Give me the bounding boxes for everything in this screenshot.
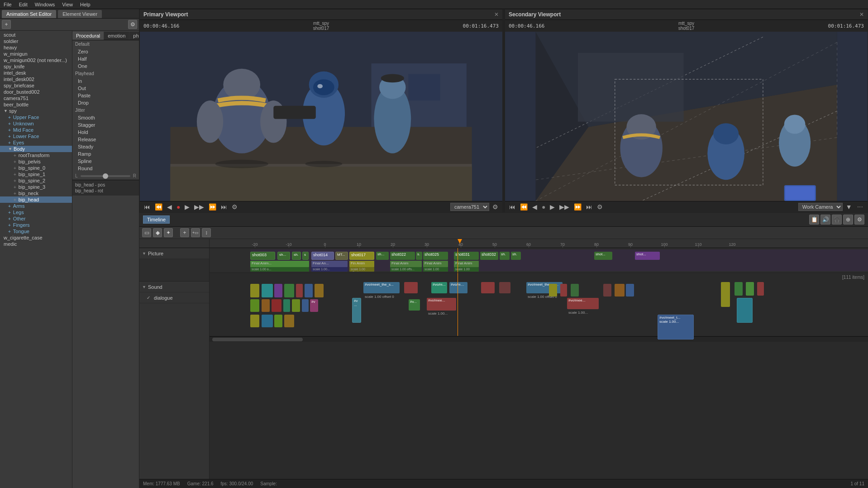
snd-clip-vo7[interactable]: #vo!meet_the_sp...	[526, 282, 563, 293]
tree-item-arms[interactable]: + Arms	[0, 203, 72, 209]
tl-label-sound[interactable]: ▼ Sound	[139, 282, 209, 292]
bip-pos-row[interactable]: bip_head - pos	[75, 182, 136, 188]
proc-item-half[interactable]: Half	[72, 55, 139, 62]
primary-play-end[interactable]: ⏭	[219, 203, 229, 211]
snd-clip-r2-1[interactable]	[250, 299, 259, 312]
tl-mode-2[interactable]: ◆	[153, 228, 162, 237]
tl-tool-1[interactable]: 📋	[809, 215, 819, 225]
snd-clip-vo3[interactable]: #vo/m...	[431, 282, 447, 293]
proc-item-one[interactable]: One	[72, 62, 139, 70]
tree-item-scout[interactable]: scout	[0, 32, 72, 38]
timeline-tab[interactable]: Timeline	[143, 215, 170, 224]
tl-label-dialogue[interactable]: ✓ dialogue	[139, 292, 209, 303]
tl-tool-2[interactable]: 🔊	[820, 215, 830, 225]
tl-clip-shot031[interactable]: shot031	[454, 252, 479, 260]
tl-clip-shot032[interactable]: shot032	[480, 252, 498, 260]
secondary-play[interactable]: ▶	[548, 203, 556, 211]
tree-item-bip-spine1[interactable]: + bip_spine_1	[0, 171, 72, 177]
snd-clip-r2-3[interactable]	[272, 299, 281, 312]
bip-rot-row[interactable]: bip_head - rot	[75, 188, 136, 194]
snd-clip-right1[interactable]	[549, 284, 557, 297]
proc-tab-emotion[interactable]: emotion	[104, 32, 129, 40]
proc-item-in[interactable]: In	[72, 77, 139, 85]
primary-step-fwd[interactable]: ⏩	[207, 203, 218, 211]
snd-clip-vo1[interactable]: #vo!meet_the_s...	[363, 282, 400, 293]
snd-clip-vo6[interactable]	[499, 282, 510, 293]
timeline-scroll-thumb[interactable]	[212, 338, 303, 341]
snd-clip-right3[interactable]	[571, 284, 579, 297]
snd-clip-cyan-far[interactable]	[737, 298, 753, 323]
snd-clip-r2-4[interactable]	[283, 299, 290, 312]
tl-subclip-22[interactable]: Final Anim	[390, 261, 422, 267]
primary-camera-select[interactable]: camera751	[450, 203, 489, 211]
tree-item-fingers[interactable]: + Fingers	[0, 222, 72, 228]
tl-add-track[interactable]: +	[180, 228, 189, 237]
secondary-camera-settings[interactable]: ▼	[844, 203, 854, 211]
tl-clip-farright2[interactable]: shot...	[635, 252, 660, 260]
proc-tab-phoneme[interactable]: phoneme	[129, 32, 139, 40]
tl-add-clip[interactable]: +▭	[191, 228, 200, 237]
tl-clip-shot022[interactable]: shot022	[390, 252, 415, 260]
tl-subclip-2[interactable]: Final An...	[311, 261, 348, 267]
tree-item-soldier[interactable]: soldier	[0, 38, 72, 44]
snd-clip-1[interactable]	[250, 284, 259, 297]
primary-camera-settings[interactable]: ⚙	[491, 203, 500, 211]
snd-clip-r2-6[interactable]	[302, 299, 309, 312]
tl-clip-shot003[interactable]: shot003	[250, 252, 275, 260]
snd-clip-vo-right-far[interactable]: #vo!meet_t...scale 1.00...	[658, 315, 694, 340]
snd-clip-r2-vo1[interactable]: #v...	[409, 299, 420, 311]
tl-subclip-1[interactable]: Final Anim...	[250, 261, 309, 267]
snd-clip-r2-5[interactable]	[292, 299, 300, 312]
proc-item-steady[interactable]: Steady	[72, 143, 139, 150]
snd-clip-7[interactable]	[315, 284, 324, 297]
secondary-record[interactable]: ●	[540, 203, 547, 211]
tree-item-medic[interactable]: medic	[0, 241, 72, 247]
tree-item-other[interactable]: + Other	[0, 215, 72, 222]
tree-item-camera751[interactable]: camera751	[0, 95, 72, 101]
snd-clip-meet-spy[interactable]: #v...	[352, 298, 361, 323]
snd-clip-vo-sp1[interactable]: #vo!mee...	[567, 298, 599, 309]
tree-item-upper-face[interactable]: + Upper Face	[0, 114, 72, 120]
tl-clip-sh1[interactable]: sh...	[277, 252, 290, 260]
snd-clip-vo-meet1[interactable]: #vo!mee...	[427, 298, 456, 311]
tree-item-bip-spine3[interactable]: + bip_spine_3	[0, 184, 72, 190]
menu-file[interactable]: File	[4, 2, 12, 7]
menu-help[interactable]: Help	[80, 2, 91, 7]
snd-clip-r3-1[interactable]	[250, 315, 259, 327]
tree-item-beer-bottle[interactable]: beer_bottle	[0, 101, 72, 108]
snd-clip-right2[interactable]	[560, 284, 567, 297]
tree-item-heavy[interactable]: heavy	[0, 44, 72, 51]
tl-tool-3[interactable]: 🎧	[832, 215, 842, 225]
tl-tool-snap[interactable]: ⊕	[843, 215, 853, 225]
tree-item-bip-neck[interactable]: + bip_neck	[0, 190, 72, 196]
proc-item-out[interactable]: Out	[72, 85, 139, 92]
secondary-camera-select[interactable]: Work Camera	[798, 203, 843, 211]
menu-edit[interactable]: Edit	[19, 2, 28, 7]
snd-clip-vo5[interactable]	[481, 282, 495, 293]
tl-clip-sh2[interactable]: sh...	[376, 252, 389, 260]
snd-clip-r3-4[interactable]	[284, 315, 294, 327]
tree-item-bip-spine2[interactable]: + bip_spine_2	[0, 177, 72, 184]
snd-clip-3[interactable]	[274, 284, 282, 297]
tl-clip-sh4[interactable]: sh.	[511, 252, 521, 260]
tl-tool-settings[interactable]: ⚙	[854, 215, 864, 225]
snd-clip-6[interactable]	[305, 284, 313, 297]
tree-item-intel-desk[interactable]: intel_desk	[0, 70, 72, 76]
tree-item-roottransform[interactable]: + rootTransform	[0, 152, 72, 158]
tree-item-bip-head[interactable]: + bip_head	[0, 196, 72, 203]
tab-animation-set-editor[interactable]: Animation Set Editor	[2, 10, 56, 18]
tl-label-picture[interactable]: ▼ Picture	[139, 248, 209, 259]
tree-item-bip-spine0[interactable]: + bip_spine_0	[0, 165, 72, 171]
tree-item-mid-face[interactable]: + Mid Face	[0, 127, 72, 133]
proc-item-paste[interactable]: Paste	[72, 92, 139, 99]
tl-expand[interactable]: ↕	[202, 228, 211, 237]
tl-clip-s2[interactable]: s.	[416, 252, 422, 260]
tree-item-bip-pelvis[interactable]: + bip_pelvis	[0, 158, 72, 165]
snd-clip-5[interactable]	[296, 284, 303, 297]
tree-item-legs[interactable]: + Legs	[0, 209, 72, 215]
tree-item-intel-desk002[interactable]: intel_desk002	[0, 76, 72, 82]
tree-item-body[interactable]: ▼ Body	[0, 146, 72, 152]
proc-item-release[interactable]: Release	[72, 136, 139, 143]
tl-clip-sh3[interactable]: sh.	[500, 252, 510, 260]
primary-record[interactable]: ●	[175, 203, 181, 211]
